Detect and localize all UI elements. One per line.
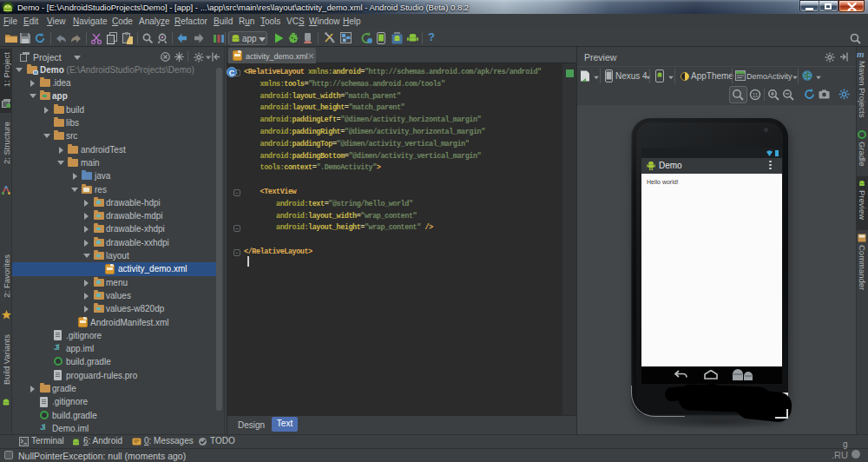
svg-text:11: 11 [753,92,759,98]
